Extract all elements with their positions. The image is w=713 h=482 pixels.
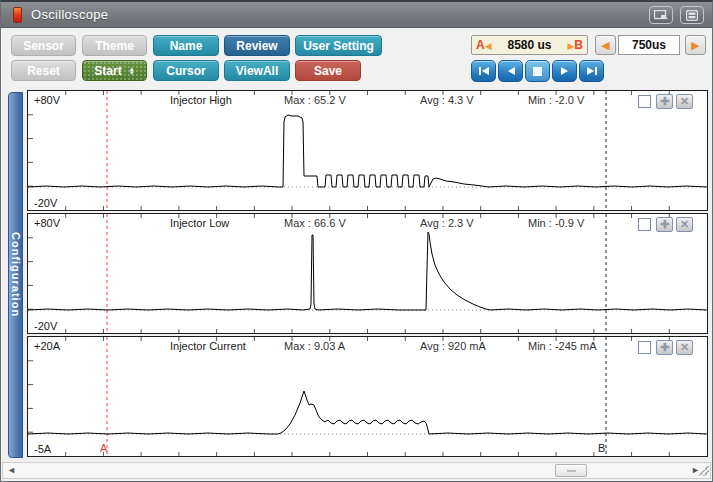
cursor-a-label: A: [476, 38, 485, 52]
channel-close-button[interactable]: ✕: [676, 217, 693, 232]
timebase-decrease-button[interactable]: ◀: [595, 35, 616, 55]
channel-zoom-button[interactable]: ✚: [656, 217, 673, 232]
channel-select-checkbox[interactable]: [638, 95, 651, 108]
resize-grip-icon[interactable]: [699, 466, 709, 476]
start-button-label: Start: [94, 64, 121, 78]
channel-name: Injector Low: [170, 217, 229, 229]
stat-min: Min : -0.9 V: [528, 217, 584, 229]
skip-to-end-button[interactable]: [579, 60, 604, 82]
channel-panel-injector-low: +80V -20V Injector Low Max : 66.6 V Avg …: [27, 213, 708, 334]
stat-avg: Avg : 2.3 V: [420, 217, 474, 229]
scale-bottom-label: -20V: [34, 320, 57, 332]
play-icon: [560, 66, 570, 76]
scale-top-label: +80V: [34, 217, 60, 229]
scale-bottom-label: -5A: [34, 443, 51, 455]
step-back-button[interactable]: [498, 60, 523, 82]
scale-top-label: +20A: [34, 340, 60, 352]
minimize-window-button[interactable]: [680, 6, 704, 24]
timebase-value: 750us: [618, 35, 680, 55]
cursor-b-label: B: [574, 38, 583, 52]
ab-delta-value: 8580 us: [507, 38, 551, 52]
waveform-plot[interactable]: [28, 214, 707, 333]
channel-name: Injector High: [170, 94, 232, 106]
horizontal-scrollbar[interactable]: ◄ ►: [2, 462, 711, 479]
scrollbar-thumb[interactable]: [555, 464, 587, 477]
timebase-increase-button[interactable]: ▶: [685, 35, 706, 55]
oscilloscope-window: Oscilloscope Sensor Theme Name Review Us…: [0, 0, 713, 482]
stat-min: Min : -2.0 V: [528, 94, 584, 106]
sensor-button[interactable]: Sensor: [11, 35, 76, 56]
channel-close-button[interactable]: ✕: [676, 94, 693, 109]
user-setting-button[interactable]: User Setting: [295, 35, 382, 56]
start-button[interactable]: Start ▲▼: [82, 60, 147, 81]
theme-button[interactable]: Theme: [82, 35, 147, 56]
channel-select-checkbox[interactable]: [638, 218, 651, 231]
skip-to-start-button[interactable]: [471, 60, 496, 82]
stat-avg: Avg : 920 mA: [420, 340, 486, 352]
ab-time-readout: A◀ 8580 us ▶B: [471, 35, 588, 55]
channel-zoom-button[interactable]: ✚: [656, 94, 673, 109]
save-button[interactable]: Save: [295, 60, 361, 81]
channel-select-checkbox[interactable]: [638, 341, 651, 354]
right-arrow-icon: ▶: [691, 39, 699, 52]
stat-max: Max : 66.6 V: [284, 217, 346, 229]
scale-top-label: +80V: [34, 94, 60, 106]
channel-panel-injector-high: +80V -20V Injector High Max : 65.2 V Avg…: [27, 90, 708, 211]
channel-panel-injector-current: +20A -5A Injector Current Max : 9.03 A A…: [27, 336, 708, 457]
skip-end-icon: [586, 66, 598, 76]
minimize-icon: [686, 10, 698, 21]
left-arrow-icon: ◀: [601, 39, 609, 52]
waveform-plot[interactable]: [28, 91, 707, 210]
stop-button[interactable]: [525, 60, 550, 82]
configuration-tab-label: Configuration: [10, 232, 22, 317]
cursor-b-marker[interactable]: B: [598, 442, 605, 454]
cursor-button[interactable]: Cursor: [153, 60, 219, 81]
stat-avg: Avg : 4.3 V: [420, 94, 474, 106]
configuration-tab[interactable]: Configuration: [8, 92, 23, 458]
spin-updown-icon: ▲▼: [129, 67, 135, 75]
stat-max: Max : 9.03 A: [284, 340, 345, 352]
scroll-left-icon[interactable]: ◄: [7, 465, 16, 475]
snapshot-icon: [654, 10, 668, 21]
play-button[interactable]: [552, 60, 577, 82]
reset-button[interactable]: Reset: [11, 60, 76, 81]
name-button[interactable]: Name: [153, 35, 219, 56]
window-title: Oscilloscope: [31, 7, 108, 22]
stat-max: Max : 65.2 V: [284, 94, 346, 106]
viewall-button[interactable]: ViewAll: [224, 60, 290, 81]
scale-bottom-label: -20V: [34, 197, 57, 209]
channel-name: Injector Current: [170, 340, 246, 352]
channel-close-button[interactable]: ✕: [676, 340, 693, 355]
app-flame-icon: [13, 7, 22, 23]
skip-start-icon: [478, 66, 490, 76]
cursor-a-marker[interactable]: A: [100, 442, 107, 454]
review-button[interactable]: Review: [224, 35, 290, 56]
title-bar: Oscilloscope: [1, 2, 712, 28]
step-back-icon: [506, 66, 516, 76]
capture-window-button[interactable]: [649, 6, 673, 24]
stat-min: Min : -245 mA: [528, 340, 596, 352]
channel-zoom-button[interactable]: ✚: [656, 340, 673, 355]
stop-icon: [533, 67, 542, 76]
waveform-plot[interactable]: [28, 337, 707, 456]
toolbar: Sensor Theme Name Review User Setting Re…: [1, 28, 712, 88]
a-left-arrow-icon: ◀: [485, 41, 492, 51]
